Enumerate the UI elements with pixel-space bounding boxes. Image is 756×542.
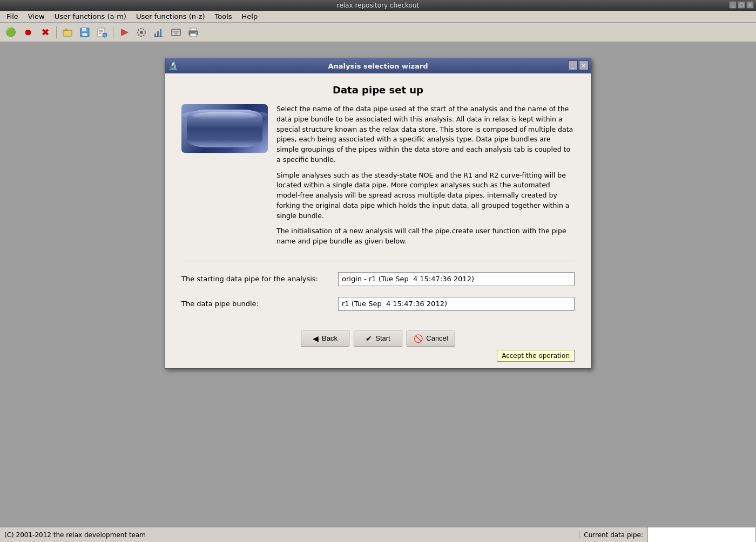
current-pipe-label: Current data pipe: (579, 527, 648, 543)
main-area: 🔬 Analysis selection wizard _ ✕ Data pip… (0, 42, 756, 527)
cancel-label: Cancel (426, 334, 448, 342)
dialog-icon: 🔬 (168, 61, 178, 70)
pipe-input[interactable] (338, 272, 575, 286)
bundle-input[interactable] (338, 297, 575, 311)
svg-rect-0 (63, 30, 72, 36)
window-title: relax repository checkout (337, 2, 420, 9)
dialog-description: Select the name of the data pipe used at… (276, 104, 575, 252)
start-label: Start (375, 334, 390, 342)
description-2: Simple analyses such as the steady-state… (276, 171, 575, 221)
svg-rect-14 (157, 31, 159, 37)
cancel-button[interactable]: 🚫 Cancel (407, 330, 455, 347)
dialog-minimize-button[interactable]: _ (568, 60, 578, 70)
svg-rect-22 (190, 33, 197, 37)
menu-bar: File View User functions (a-m) User func… (0, 11, 756, 23)
tooltip: Accept the operation (497, 350, 575, 362)
toolbar-record[interactable]: ⏺ (21, 25, 36, 40)
toolbar-status-green[interactable]: 🟢 (3, 25, 18, 40)
pipe-label: The starting data pipe for the analysis: (181, 275, 333, 283)
menu-file[interactable]: File (2, 11, 23, 22)
toolbar-separator-2 (113, 26, 113, 38)
bundle-label: The data pipe bundle: (181, 300, 333, 308)
title-bar-controls: _ □ ✕ (729, 1, 754, 9)
menu-view[interactable]: View (24, 11, 49, 22)
svg-point-23 (195, 32, 197, 33)
toolbar-print[interactable] (186, 25, 201, 40)
toolbar-layout[interactable] (168, 25, 184, 40)
pipe-cylinder (187, 110, 262, 147)
toolbar: 🟢 ⏺ ✖ + (0, 23, 756, 42)
dialog-footer: ◀ Back ✔ Start 🚫 Cancel Accept the opera… (181, 322, 575, 357)
dialog-close-button[interactable]: ✕ (579, 60, 589, 70)
cancel-icon: 🚫 (414, 334, 423, 343)
toolbar-save[interactable] (77, 25, 92, 40)
toolbar-save-as[interactable]: + (94, 25, 110, 40)
pipe-image (181, 104, 268, 153)
menu-help[interactable]: Help (238, 11, 262, 22)
dialog-heading: Data pipe set up (181, 84, 575, 96)
menu-tools[interactable]: Tools (211, 11, 237, 22)
svg-text:+: + (104, 33, 106, 37)
back-label: Back (322, 334, 338, 342)
close-button[interactable]: ✕ (746, 1, 754, 9)
svg-rect-15 (160, 29, 161, 37)
analysis-wizard-dialog: 🔬 Analysis selection wizard _ ✕ Data pip… (165, 58, 591, 369)
menu-user-functions-am[interactable]: User functions (a-m) (50, 11, 131, 22)
status-bar: (C) 2001-2012 the relax development team… (0, 527, 756, 542)
pipe-form-row: The starting data pipe for the analysis: (181, 272, 575, 286)
dialog-content: Data pipe set up Select the name of the … (165, 73, 591, 368)
maximize-button[interactable]: □ (738, 1, 745, 9)
start-icon: ✔ (366, 334, 372, 343)
back-button[interactable]: ◀ Back (301, 330, 349, 347)
toolbar-chart[interactable] (151, 25, 166, 40)
start-button[interactable]: ✔ Start (354, 330, 402, 347)
minimize-button[interactable]: _ (729, 1, 737, 9)
svg-rect-2 (82, 28, 86, 31)
status-copyright: (C) 2001-2012 the relax development team (0, 531, 579, 539)
svg-point-11 (140, 31, 143, 34)
svg-marker-10 (121, 29, 129, 36)
tooltip-text: Accept the operation (502, 352, 570, 360)
status-right: Current data pipe: (579, 527, 756, 543)
description-1: Select the name of the data pipe used at… (276, 104, 575, 165)
toolbar-run[interactable] (117, 25, 132, 40)
bundle-form-row: The data pipe bundle: (181, 297, 575, 311)
toolbar-stop[interactable]: ✖ (38, 25, 53, 40)
back-icon: ◀ (313, 334, 319, 343)
menu-user-functions-nz[interactable]: User functions (n-z) (132, 11, 210, 22)
title-bar: relax repository checkout _ □ ✕ (0, 0, 756, 11)
svg-rect-13 (154, 33, 156, 37)
toolbar-open[interactable] (60, 25, 75, 40)
dialog-title-bar: 🔬 Analysis selection wizard _ ✕ (165, 58, 591, 73)
toolbar-separator-1 (56, 26, 57, 38)
divider-1 (181, 261, 575, 261)
svg-rect-3 (82, 33, 87, 36)
dialog-top-section: Select the name of the data pipe used at… (181, 104, 575, 252)
toolbar-settings[interactable] (134, 25, 149, 40)
description-3: The initialisation of a new analysis wil… (276, 226, 575, 247)
dialog-title: Analysis selection wizard (328, 62, 428, 70)
dialog-title-controls: _ ✕ (568, 60, 589, 70)
current-pipe-value (648, 527, 756, 543)
